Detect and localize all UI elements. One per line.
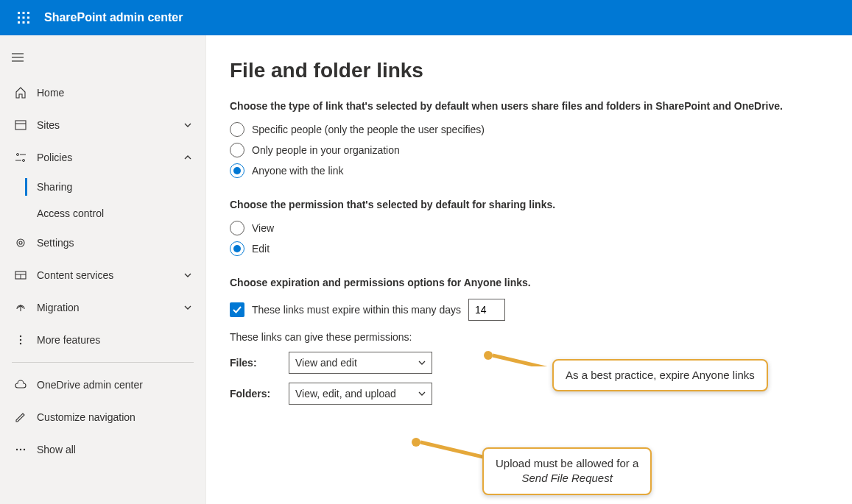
nav-onedrive-admin[interactable]: OneDrive admin center: [0, 369, 205, 401]
svg-rect-7: [23, 21, 25, 24]
svg-point-27: [20, 449, 21, 450]
nav-label: Settings: [37, 237, 194, 249]
svg-point-25: [20, 343, 21, 344]
svg-rect-6: [18, 21, 20, 24]
radio-label: View: [252, 222, 274, 234]
perm-label: These links can give these permissions:: [230, 331, 828, 343]
permission-heading: Choose the permission that's selected by…: [230, 199, 828, 210]
nav-label: More features: [37, 334, 194, 346]
main-content: File and folder links Choose the type of…: [206, 35, 852, 504]
app-title: SharePoint admin center: [44, 11, 183, 24]
radio-edit[interactable]: Edit: [230, 241, 828, 256]
radio-label: Only people in your organization: [252, 144, 400, 156]
radio-label: Specific people (only the people the use…: [252, 124, 485, 135]
nav-label: Content services: [37, 269, 182, 281]
linktype-heading: Choose the type of link that's selected …: [230, 100, 828, 112]
svg-point-31: [412, 438, 420, 447]
nav-divider: [12, 362, 194, 363]
svg-rect-0: [18, 12, 20, 14]
chevron-up-icon: [182, 152, 194, 163]
callout-text: As a best practice, expire Anyone links: [566, 368, 755, 383]
radio-icon: [230, 143, 244, 157]
svg-rect-5: [27, 17, 29, 19]
callout-best-practice: As a best practice, expire Anyone links: [552, 359, 768, 391]
files-dropdown[interactable]: View and edit: [289, 352, 432, 374]
svg-point-14: [17, 154, 19, 156]
chevron-down-icon: [182, 119, 194, 131]
nav-migration[interactable]: Migration: [0, 291, 205, 324]
expire-days-input[interactable]: [468, 299, 505, 321]
svg-point-19: [19, 241, 22, 244]
nav-access-control[interactable]: Access control: [25, 200, 205, 227]
nav-customize-navigation[interactable]: Customize navigation: [0, 401, 205, 433]
nav-label: Home: [37, 87, 194, 99]
gear-icon: [13, 235, 28, 250]
radio-icon: [230, 241, 244, 256]
more-vertical-icon: [13, 333, 28, 347]
folders-dropdown[interactable]: View, edit, and upload: [289, 383, 432, 405]
expire-checkbox[interactable]: [230, 302, 244, 317]
home-icon: [13, 85, 28, 100]
nav-label: Show all: [37, 444, 194, 455]
page-title: File and folder links: [230, 59, 828, 82]
expire-label: These links must expire within this many…: [252, 304, 461, 316]
nav-label: Sites: [37, 119, 182, 131]
folders-label: Folders:: [230, 388, 289, 400]
hamburger-icon[interactable]: [0, 41, 35, 74]
nav-sharing[interactable]: Sharing: [25, 174, 205, 200]
app-launcher-icon[interactable]: [6, 0, 41, 35]
radio-specific-people[interactable]: Specific people (only the people the use…: [230, 122, 828, 137]
nav-sites[interactable]: Sites: [0, 109, 205, 141]
policies-icon: [13, 150, 28, 165]
svg-point-23: [20, 336, 21, 337]
nav-content-services[interactable]: Content services: [0, 259, 205, 291]
svg-rect-3: [18, 17, 20, 19]
nav: Home Sites Policies Sharing Access contr…: [0, 77, 205, 466]
dropdown-value: View, edit, and upload: [295, 388, 396, 400]
top-bar: SharePoint admin center: [0, 0, 852, 35]
nav-home[interactable]: Home: [0, 77, 205, 109]
expire-row: These links must expire within this many…: [230, 299, 828, 321]
svg-point-24: [20, 339, 21, 341]
radio-only-org[interactable]: Only people in your organization: [230, 143, 828, 157]
svg-point-26: [16, 449, 18, 450]
chevron-down-icon: [418, 388, 426, 400]
callout-upload-required: Upload must be allowed for a Send File R…: [482, 447, 652, 495]
pencil-icon: [13, 410, 28, 425]
nav-label: OneDrive admin center: [37, 379, 194, 391]
callout-line1: Upload must be allowed for a: [496, 456, 638, 471]
radio-label: Edit: [252, 243, 270, 255]
chevron-down-icon: [182, 269, 194, 281]
sidebar: Home Sites Policies Sharing Access contr…: [0, 35, 206, 504]
svg-rect-8: [27, 21, 29, 24]
nav-show-all[interactable]: Show all: [0, 433, 205, 466]
nav-settings[interactable]: Settings: [0, 227, 205, 259]
migration-icon: [13, 300, 28, 315]
nav-policies[interactable]: Policies: [0, 141, 205, 174]
radio-anyone[interactable]: Anyone with the link: [230, 163, 828, 178]
nav-label: Policies: [37, 152, 182, 163]
radio-label: Anyone with the link: [252, 165, 344, 177]
sites-icon: [13, 118, 28, 132]
svg-rect-1: [23, 12, 25, 14]
svg-rect-2: [27, 12, 29, 14]
anyone-heading: Choose expiration and permissions option…: [230, 277, 828, 288]
cloud-icon: [13, 377, 28, 392]
nav-label: Sharing: [37, 181, 194, 193]
nav-label: Access control: [37, 207, 194, 219]
content-services-icon: [13, 268, 28, 283]
nav-policies-sub: Sharing Access control: [0, 174, 205, 227]
svg-point-28: [24, 449, 25, 450]
svg-point-16: [23, 160, 25, 162]
svg-rect-4: [23, 17, 25, 19]
radio-icon: [230, 163, 244, 178]
chevron-down-icon: [182, 302, 194, 313]
radio-icon: [230, 221, 244, 235]
svg-rect-12: [15, 121, 26, 129]
nav-label: Migration: [37, 302, 182, 313]
callout-line2: Send File Request: [496, 471, 638, 486]
radio-icon: [230, 122, 244, 137]
svg-point-18: [17, 239, 24, 246]
nav-more-features[interactable]: More features: [0, 324, 205, 356]
radio-view[interactable]: View: [230, 221, 828, 235]
